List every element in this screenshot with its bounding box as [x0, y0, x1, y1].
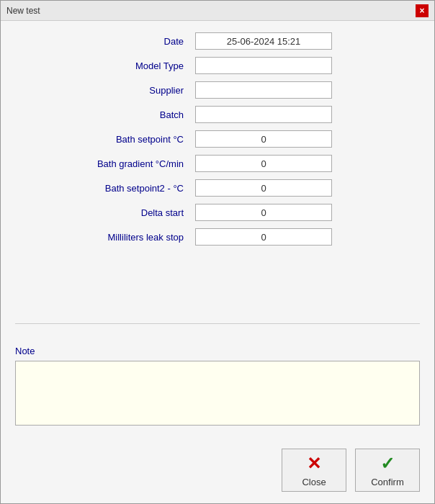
- form-row: Bath gradient °C/min: [15, 155, 420, 172]
- input-bath-gradient[interactable]: [195, 155, 332, 172]
- note-section: Note: [15, 346, 420, 428]
- confirm-button-label: Confirm: [371, 477, 404, 487]
- form-row: Milliliters leak stop: [15, 228, 420, 246]
- note-label: Note: [15, 346, 420, 356]
- note-textarea[interactable]: [15, 361, 420, 426]
- separator: [15, 323, 420, 324]
- label-delta-start: Delta start: [15, 207, 195, 218]
- button-row: ✕ Close ✓ Confirm: [1, 440, 434, 503]
- main-window: New test × DateModel TypeSupplierBatchBa…: [0, 0, 435, 504]
- label-bath-setpoint: Bath setpoint °C: [15, 134, 195, 145]
- input-bath-setpoint[interactable]: [195, 130, 332, 148]
- window-close-button[interactable]: ×: [416, 4, 429, 17]
- form-row: Supplier: [15, 81, 420, 99]
- form-row: Model Type: [15, 57, 420, 74]
- form-row: Date: [15, 32, 420, 50]
- input-ml-leak-stop[interactable]: [195, 228, 332, 246]
- input-date[interactable]: [195, 32, 332, 50]
- confirm-icon: ✓: [380, 454, 395, 474]
- label-model-type: Model Type: [15, 60, 195, 71]
- close-button[interactable]: ✕ Close: [282, 449, 346, 492]
- input-batch[interactable]: [195, 106, 332, 123]
- close-icon: ✕: [307, 454, 321, 474]
- input-supplier[interactable]: [195, 81, 332, 99]
- label-bath-gradient: Bath gradient °C/min: [15, 158, 195, 169]
- label-supplier: Supplier: [15, 85, 195, 96]
- label-bath-setpoint2: Bath setpoint2 - °C: [15, 183, 195, 194]
- label-date: Date: [15, 36, 195, 47]
- input-delta-start[interactable]: [195, 204, 332, 221]
- form-row: Batch: [15, 106, 420, 123]
- confirm-button[interactable]: ✓ Confirm: [355, 449, 420, 492]
- form-row: Bath setpoint °C: [15, 130, 420, 148]
- title-bar: New test ×: [1, 1, 434, 21]
- close-button-label: Close: [302, 477, 326, 487]
- window-title: New test: [6, 6, 40, 16]
- input-model-type[interactable]: [195, 57, 332, 74]
- form-row: Delta start: [15, 204, 420, 221]
- form-row: Bath setpoint2 - °C: [15, 179, 420, 197]
- form-area: DateModel TypeSupplierBatchBath setpoint…: [15, 32, 420, 316]
- input-bath-setpoint2[interactable]: [195, 179, 332, 197]
- label-batch: Batch: [15, 109, 195, 120]
- label-ml-leak-stop: Milliliters leak stop: [15, 232, 195, 243]
- form-content: DateModel TypeSupplierBatchBath setpoint…: [1, 21, 434, 440]
